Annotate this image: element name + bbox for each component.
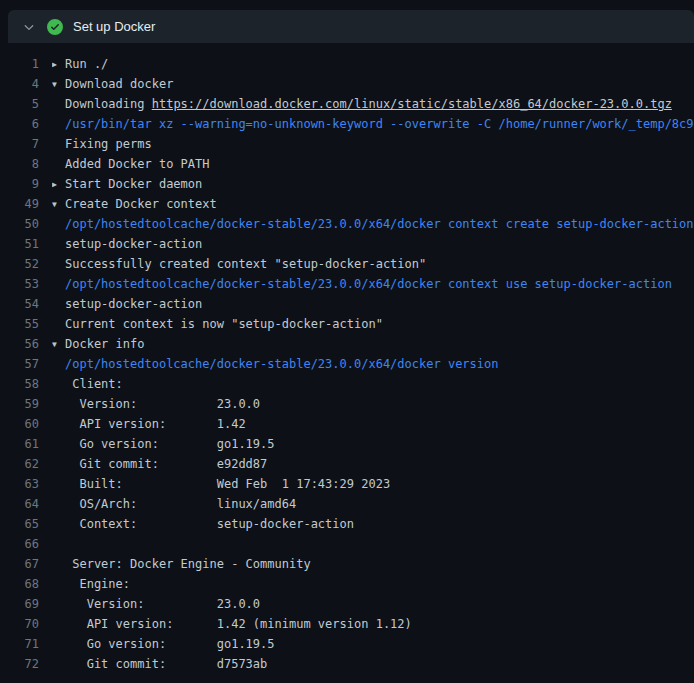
log-text: Client: xyxy=(52,374,694,394)
check-circle-icon xyxy=(47,19,63,35)
log-text-segment: Version: 23.0.0 xyxy=(65,397,260,411)
command-text: /opt/hostedtoolcache/docker-stable/23.0.… xyxy=(65,277,672,291)
line-number[interactable]: 1 xyxy=(0,54,52,74)
log-text: Git commit: d7573ab xyxy=(52,654,694,674)
line-number[interactable]: 8 xyxy=(0,154,52,174)
triangle-down-icon[interactable]: ▼ xyxy=(52,195,65,214)
log-text-segment: setup-docker-action xyxy=(65,297,202,311)
line-number[interactable]: 68 xyxy=(0,574,52,594)
step-title: Set up Docker xyxy=(73,19,155,34)
group-title: Docker info xyxy=(65,337,144,351)
line-number[interactable]: 71 xyxy=(0,634,52,654)
group-title: Start Docker daemon xyxy=(65,177,202,191)
line-number[interactable]: 9 xyxy=(0,174,52,194)
log-line: 55Current context is now "setup-docker-a… xyxy=(0,314,694,334)
chevron-down-icon[interactable] xyxy=(18,16,40,38)
log-line: 63 Built: Wed Feb 1 17:43:29 2023 xyxy=(0,474,694,494)
line-number[interactable]: 53 xyxy=(0,274,52,294)
log-line: 49▼Create Docker context xyxy=(0,194,694,214)
log-text-segment: API version: 1.42 xyxy=(65,417,246,431)
line-number[interactable]: 7 xyxy=(0,134,52,154)
triangle-down-icon[interactable]: ▼ xyxy=(52,75,65,94)
line-number[interactable]: 72 xyxy=(0,654,52,674)
line-number[interactable]: 49 xyxy=(0,194,52,214)
log-line: 56▼Docker info xyxy=(0,334,694,354)
log-text-segment: Version: 23.0.0 xyxy=(65,597,260,611)
line-number[interactable]: 69 xyxy=(0,594,52,614)
command-text: /opt/hostedtoolcache/docker-stable/23.0.… xyxy=(65,357,498,371)
log-text-segment: Client: xyxy=(65,377,123,391)
command-text: /opt/hostedtoolcache/docker-stable/23.0.… xyxy=(65,217,694,231)
line-number[interactable]: 56 xyxy=(0,334,52,354)
line-number[interactable]: 51 xyxy=(0,234,52,254)
log-line: 64 OS/Arch: linux/amd64 xyxy=(0,494,694,514)
log-line: 57/opt/hostedtoolcache/docker-stable/23.… xyxy=(0,354,694,374)
log-text-segment: setup-docker-action xyxy=(65,237,202,251)
log-text xyxy=(52,534,694,554)
line-number[interactable]: 65 xyxy=(0,514,52,534)
line-number[interactable]: 52 xyxy=(0,254,52,274)
log-text-segment: Current context is now "setup-docker-act… xyxy=(65,317,383,331)
line-number[interactable]: 4 xyxy=(0,74,52,94)
step-header[interactable]: Set up Docker xyxy=(8,10,694,43)
log-line: 66 xyxy=(0,534,694,554)
line-number[interactable]: 66 xyxy=(0,534,52,554)
log-group-header[interactable]: ▶Start Docker daemon xyxy=(52,174,694,194)
log-text: Built: Wed Feb 1 17:43:29 2023 xyxy=(52,474,694,494)
log-text: /opt/hostedtoolcache/docker-stable/23.0.… xyxy=(52,214,694,234)
line-number[interactable]: 62 xyxy=(0,454,52,474)
log-text: Engine: xyxy=(52,574,694,594)
log-line: 5Downloading https://download.docker.com… xyxy=(0,94,694,114)
log-text-segment: Engine: xyxy=(65,577,130,591)
line-number[interactable]: 64 xyxy=(0,494,52,514)
log-container: 1▶Run ./4▼Download docker5Downloading ht… xyxy=(0,43,694,674)
triangle-right-icon[interactable]: ▶ xyxy=(52,175,65,194)
line-number[interactable]: 61 xyxy=(0,434,52,454)
log-text: Downloading https://download.docker.com/… xyxy=(52,94,694,114)
log-text-segment: Server: Docker Engine - Community xyxy=(65,557,311,571)
line-number[interactable]: 54 xyxy=(0,294,52,314)
log-text-segment: Git commit: d7573ab xyxy=(65,657,267,671)
log-line: 60 API version: 1.42 xyxy=(0,414,694,434)
log-text-segment: Added Docker to PATH xyxy=(65,157,210,171)
log-text: Go version: go1.19.5 xyxy=(52,434,694,454)
log-line: 1▶Run ./ xyxy=(0,54,694,74)
log-link[interactable]: https://download.docker.com/linux/static… xyxy=(152,97,672,111)
line-number[interactable]: 67 xyxy=(0,554,52,574)
log-text-segment: Go version: go1.19.5 xyxy=(65,437,275,451)
line-number[interactable]: 58 xyxy=(0,374,52,394)
log-text-segment: Git commit: e92dd87 xyxy=(65,457,267,471)
log-line: 54setup-docker-action xyxy=(0,294,694,314)
log-line: 8Added Docker to PATH xyxy=(0,154,694,174)
line-number[interactable]: 70 xyxy=(0,614,52,634)
log-lines: 1▶Run ./4▼Download docker5Downloading ht… xyxy=(0,54,694,674)
log-text: Server: Docker Engine - Community xyxy=(52,554,694,574)
log-text: Version: 23.0.0 xyxy=(52,394,694,414)
triangle-down-icon[interactable]: ▼ xyxy=(52,335,65,354)
log-line: 6/usr/bin/tar xz --warning=no-unknown-ke… xyxy=(0,114,694,134)
log-text: Fixing perms xyxy=(52,134,694,154)
line-number[interactable]: 5 xyxy=(0,94,52,114)
log-text: setup-docker-action xyxy=(52,294,694,314)
log-group-header[interactable]: ▶Run ./ xyxy=(52,54,694,74)
log-line: 68 Engine: xyxy=(0,574,694,594)
log-text: Git commit: e92dd87 xyxy=(52,454,694,474)
line-number[interactable]: 57 xyxy=(0,354,52,374)
line-number[interactable]: 50 xyxy=(0,214,52,234)
line-number[interactable]: 55 xyxy=(0,314,52,334)
line-number[interactable]: 63 xyxy=(0,474,52,494)
line-number[interactable]: 59 xyxy=(0,394,52,414)
log-line: 71 Go version: go1.19.5 xyxy=(0,634,694,654)
line-number[interactable]: 6 xyxy=(0,114,52,134)
log-group-header[interactable]: ▼Docker info xyxy=(52,334,694,354)
log-group-header[interactable]: ▼Download docker xyxy=(52,74,694,94)
group-title: Run ./ xyxy=(65,57,108,71)
log-text-segment: Built: Wed Feb 1 17:43:29 2023 xyxy=(65,477,390,491)
line-number[interactable]: 60 xyxy=(0,414,52,434)
log-group-header[interactable]: ▼Create Docker context xyxy=(52,194,694,214)
log-line: 7Fixing perms xyxy=(0,134,694,154)
log-line: 50/opt/hostedtoolcache/docker-stable/23.… xyxy=(0,214,694,234)
log-line: 59 Version: 23.0.0 xyxy=(0,394,694,414)
log-text: Go version: go1.19.5 xyxy=(52,634,694,654)
triangle-right-icon[interactable]: ▶ xyxy=(52,55,65,74)
